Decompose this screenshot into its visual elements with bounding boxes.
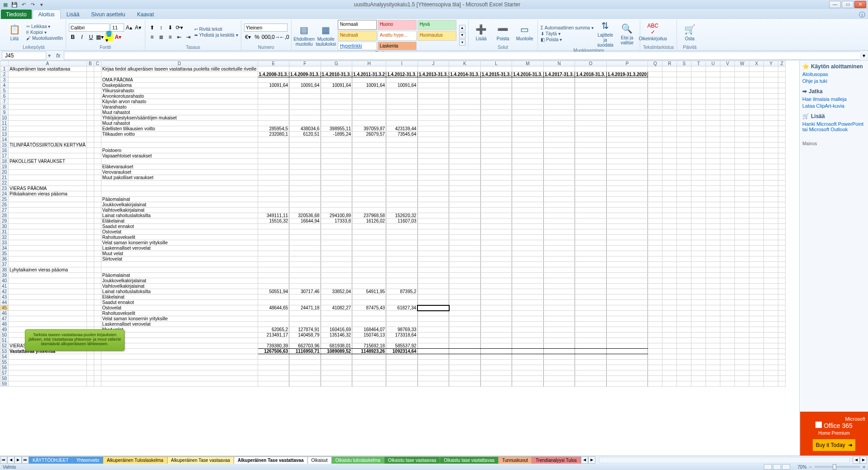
- sheet-tab-tase-vastaavaa[interactable]: Alkuperäinen Tase vastaavaa: [167, 456, 234, 464]
- col-header[interactable]: L: [480, 61, 512, 66]
- sheet-first-icon[interactable]: ⏮: [0, 456, 7, 464]
- percent-icon[interactable]: %: [253, 33, 261, 41]
- col-header[interactable]: U: [706, 61, 720, 66]
- clear-button[interactable]: ◧Poista▾: [541, 37, 594, 42]
- style-calculation[interactable]: Laskenta: [378, 42, 417, 50]
- sheet-tab-kayttoohjeet[interactable]: KÄYTTÖOHJEET: [29, 456, 72, 464]
- col-header[interactable]: V: [720, 61, 735, 66]
- col-header[interactable]: Q: [648, 61, 662, 66]
- insert-cells-button[interactable]: ➕Lisää: [471, 24, 491, 41]
- col-header[interactable]: G: [321, 61, 352, 66]
- hscroll-left-icon[interactable]: ◀: [853, 456, 860, 464]
- tab-scroll-left-icon[interactable]: ◀: [581, 456, 588, 464]
- wrap-text-button[interactable]: ↩Rivitä teksti: [194, 27, 238, 32]
- border-button[interactable]: ▦▾: [96, 33, 104, 41]
- sheet-tab-tuloslaskelma[interactable]: Alkuperäinen Tuloslaskelma: [103, 456, 168, 464]
- align-bottom-icon[interactable]: ⬇: [166, 24, 174, 32]
- align-right-icon[interactable]: ≡: [166, 33, 174, 41]
- orientation-icon[interactable]: ⟳▾: [175, 24, 183, 32]
- col-header[interactable]: R: [662, 61, 677, 66]
- cell-styles-gallery[interactable]: Normaali Huono Hyvä Neutraali Avattu hyp…: [338, 20, 456, 50]
- col-header[interactable]: P: [606, 61, 648, 66]
- namebox-dropdown-icon[interactable]: ▾: [46, 52, 53, 59]
- view-buttons[interactable]: [764, 464, 790, 470]
- cut-button[interactable]: ✂Leikkaa▾: [26, 24, 63, 29]
- col-header[interactable]: A: [9, 61, 87, 66]
- fill-color-button[interactable]: 🪣▾: [105, 33, 113, 41]
- formula-input[interactable]: [64, 52, 860, 60]
- link-clipart[interactable]: Lataa ClipArt-kuvia: [802, 103, 865, 109]
- link-aloitusopas[interactable]: Aloitusopas: [802, 71, 865, 77]
- delete-cells-button[interactable]: ➖Poista: [493, 24, 513, 41]
- format-painter-button[interactable]: 🖌Muotoilusivellin: [26, 36, 63, 41]
- qat-dropdown-icon[interactable]: ▾: [38, 1, 45, 8]
- sheet-next-icon[interactable]: ▶: [14, 456, 22, 464]
- font-color-button[interactable]: A▾: [114, 33, 122, 41]
- link-powerpoint[interactable]: Hanki Microsoft PowerPoint tai Microsoft…: [802, 121, 865, 132]
- col-header[interactable]: T: [691, 61, 706, 66]
- sheet-tab-oikaisut[interactable]: Oikaisut: [307, 456, 332, 464]
- hscroll[interactable]: [599, 457, 850, 463]
- undo-icon[interactable]: ↶: [20, 1, 27, 8]
- sheet-tab-oikaistu-tulos[interactable]: Oikaistu tuloslaskelma: [331, 456, 384, 464]
- link-ohje[interactable]: Ohje ja tuki: [802, 78, 865, 84]
- sheet-tab-oikaistu-tase-vast[interactable]: Oikaistu tase vastaavaa: [384, 456, 440, 464]
- indent-inc-icon[interactable]: ⇥: [184, 33, 192, 41]
- style-note[interactable]: Huomautus: [417, 31, 456, 41]
- sheet-tab-trendi[interactable]: Trendianalyysi Tulos: [532, 456, 581, 464]
- name-box[interactable]: [2, 52, 46, 60]
- align-middle-icon[interactable]: ↕: [157, 24, 165, 32]
- shrink-font-icon[interactable]: A▾: [134, 24, 142, 32]
- format-table-button[interactable]: ▦Muotoile taulukoksi: [316, 24, 336, 47]
- style-hyperlink[interactable]: Hyperlinkki: [338, 42, 377, 50]
- currency-icon[interactable]: €▾: [244, 33, 252, 41]
- merge-center-button[interactable]: ⬌Yhdistä ja keskitä▾: [194, 33, 238, 38]
- tab-page-layout[interactable]: Sivun asettelu: [85, 9, 131, 19]
- comma-icon[interactable]: 000: [262, 33, 270, 41]
- tab-formulas[interactable]: Kaavat: [131, 9, 160, 19]
- hscroll-right-icon[interactable]: ▶: [860, 456, 867, 464]
- conditional-format-button[interactable]: ▤Ehdollinen muotoilu: [294, 24, 314, 47]
- col-header[interactable]: B: [86, 61, 94, 66]
- tab-home[interactable]: Aloitus: [33, 9, 61, 19]
- inc-decimal-icon[interactable]: ,0→: [271, 33, 279, 41]
- col-header[interactable]: O: [575, 61, 607, 66]
- align-top-icon[interactable]: ⬆: [148, 24, 156, 32]
- help-icon[interactable]: ⓘ: [859, 11, 865, 19]
- col-header[interactable]: S: [677, 61, 691, 66]
- col-header[interactable]: Z: [778, 61, 786, 66]
- buy-today-button[interactable]: Buy it Today➜: [813, 439, 855, 451]
- save-icon[interactable]: 💾: [11, 1, 18, 8]
- restore-button[interactable]: ▭: [842, 1, 854, 8]
- zoom-slider[interactable]: [815, 466, 860, 468]
- underline-button[interactable]: U: [87, 33, 95, 41]
- zoom-in-icon[interactable]: +: [863, 465, 865, 470]
- col-header[interactable]: D: [101, 61, 258, 66]
- sheet-tab-oikaistu-tase-vastat[interactable]: Oikaistu tase vastattavaa: [440, 456, 499, 464]
- formula-expand-icon[interactable]: ▾: [860, 52, 868, 59]
- col-header[interactable]: E: [258, 61, 289, 66]
- style-good[interactable]: Hyvä: [417, 20, 456, 30]
- style-neutral[interactable]: Neutraali: [338, 31, 377, 41]
- sheet-tab-tunnusluvut[interactable]: Tunnuskuvut: [498, 456, 532, 464]
- redo-icon[interactable]: ↷: [29, 1, 36, 8]
- spreadsheet-grid[interactable]: ABCDEFGHIJKLMNOPQRSTUVWXYZ 1Alkuperäinen…: [0, 61, 799, 456]
- find-select-button[interactable]: 🔍Etsi ja valitse: [617, 23, 637, 45]
- buy-button[interactable]: 🛒Osta: [680, 24, 700, 41]
- grow-font-icon[interactable]: A▴: [125, 24, 133, 32]
- style-bad[interactable]: Huono: [378, 20, 417, 30]
- fx-icon[interactable]: fx: [53, 52, 64, 59]
- col-header[interactable]: J: [417, 61, 449, 66]
- col-header[interactable]: F: [289, 61, 321, 66]
- tab-insert[interactable]: Lisää: [61, 9, 86, 19]
- minimize-button[interactable]: —: [829, 1, 841, 8]
- sheet-tab-tase-vastattavaa[interactable]: Alkuperäinen Tase vastattavaa: [234, 456, 307, 464]
- zoom-out-icon[interactable]: −: [809, 465, 812, 470]
- tab-scroll-right-icon[interactable]: ▶: [588, 456, 595, 464]
- sheet-tab-yhteenveto[interactable]: Yhteenveto: [72, 456, 103, 464]
- number-format-select[interactable]: [244, 24, 288, 32]
- sort-filter-button[interactable]: ⇅Lajittele ja suodata: [595, 20, 615, 47]
- bold-button[interactable]: B: [69, 33, 77, 41]
- dec-decimal-icon[interactable]: ←,0: [280, 33, 288, 41]
- align-center-icon[interactable]: ≣: [157, 33, 165, 41]
